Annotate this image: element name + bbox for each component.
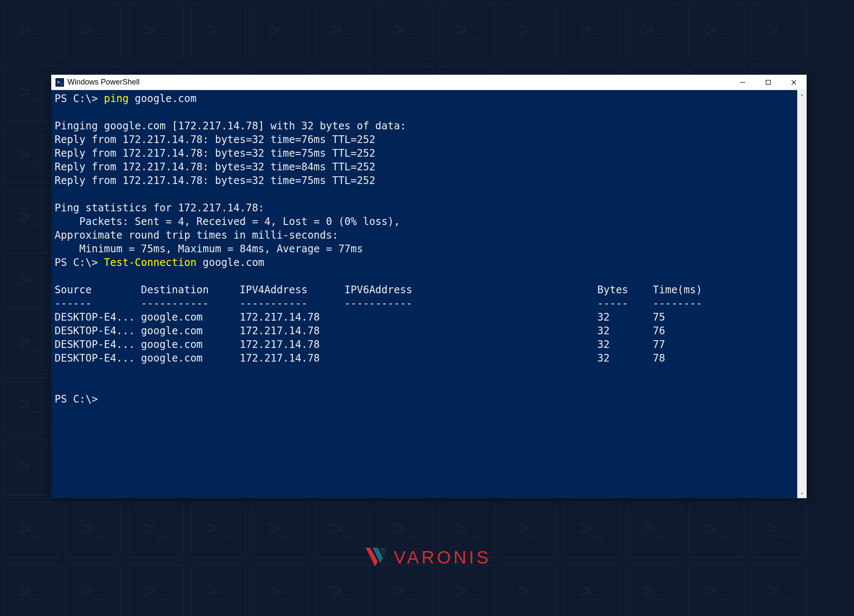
brand-logo: VARONIS [0, 546, 854, 569]
scroll-down-icon[interactable]: ▾ [797, 489, 807, 498]
ping-stats-packets: Packets: Sent = 4, Received = 4, Lost = … [55, 216, 400, 228]
rtt-values: Minimum = 75ms, Maximum = 84ms, Average … [55, 243, 363, 255]
ping-stats-header: Ping statistics for 172.217.14.78: [55, 202, 264, 214]
scroll-track[interactable] [797, 99, 807, 489]
powershell-icon: >_ [55, 78, 64, 87]
terminal-area: PS C:\> ping google.com Pinging google.c… [51, 90, 807, 498]
vertical-scrollbar[interactable]: ▴ ▾ [797, 90, 807, 498]
ping-reply: Reply from 172.217.14.78: bytes=32 time=… [55, 134, 375, 146]
table-header: Source Destination IPV4Address IPV6Addre… [55, 284, 702, 296]
ping-reply: Reply from 172.217.14.78: bytes=32 time=… [55, 175, 375, 187]
varonis-wordmark: VARONIS [394, 547, 491, 568]
varonis-mark-icon [363, 546, 389, 569]
window-controls [730, 75, 807, 90]
scroll-up-icon[interactable]: ▴ [797, 90, 807, 99]
prompt: PS C:\> [55, 93, 104, 105]
table-divider: ------ ----------- ----------- ---------… [55, 298, 702, 309]
terminal-output[interactable]: PS C:\> ping google.com Pinging google.c… [51, 90, 797, 498]
command-test-connection: Test-Connection [104, 257, 197, 269]
prompt: PS C:\> [55, 393, 98, 405]
table-row: DESKTOP-E4... google.com 172.217.14.78 3… [55, 311, 665, 323]
close-button[interactable] [781, 75, 807, 90]
minimize-button[interactable] [730, 75, 755, 90]
window-title: Windows PowerShell [67, 78, 140, 87]
powershell-window: >_ Windows PowerShell PS C:\> ping googl… [51, 75, 807, 498]
table-row: DESKTOP-E4... google.com 172.217.14.78 3… [55, 339, 665, 350]
ping-reply: Reply from 172.217.14.78: bytes=32 time=… [55, 161, 375, 173]
ping-header: Pinging google.com [172.217.14.78] with … [55, 120, 406, 132]
window-titlebar[interactable]: >_ Windows PowerShell [51, 75, 807, 90]
command-ping: ping [104, 93, 129, 105]
command-args: google.com [128, 93, 196, 105]
table-row: DESKTOP-E4... google.com 172.217.14.78 3… [55, 325, 665, 337]
svg-rect-1 [766, 80, 770, 85]
ping-reply: Reply from 172.217.14.78: bytes=32 time=… [55, 147, 375, 159]
rtt-header: Approximate round trip times in milli-se… [55, 229, 338, 241]
table-row: DESKTOP-E4... google.com 172.217.14.78 3… [55, 352, 665, 364]
prompt: PS C:\> [55, 257, 104, 269]
command-args: google.com [196, 257, 264, 269]
maximize-button[interactable] [755, 75, 781, 90]
